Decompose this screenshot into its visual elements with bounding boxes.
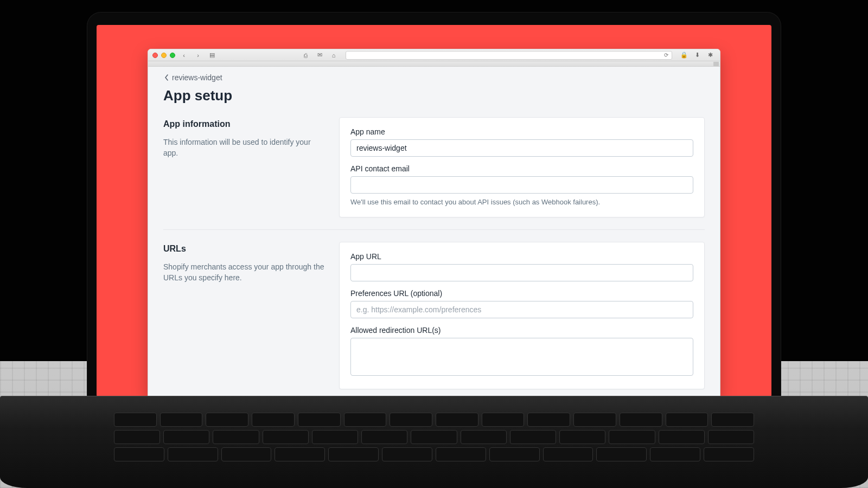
section-heading-urls: URLs	[163, 244, 326, 254]
download-icon[interactable]: ⬇	[692, 51, 703, 60]
label-app-name: App name	[350, 127, 693, 136]
section-urls: URLs Shopify merchants access your app t…	[163, 229, 705, 396]
close-window-icon[interactable]	[152, 53, 158, 58]
breadcrumb[interactable]: reviews-widget	[163, 71, 224, 84]
window-controls	[152, 53, 175, 58]
section-description-app-information: This information will be used to identif…	[163, 137, 326, 159]
back-button[interactable]: ‹	[178, 51, 189, 60]
page-title: App setup	[163, 87, 705, 104]
browser-window: ‹ › ▤ ⎙ ✉ ⌂ ⟳ 🔒 ⬇ ✱	[148, 49, 720, 397]
label-api-contact-email: API contact email	[350, 164, 693, 173]
label-app-url: App URL	[350, 252, 693, 261]
field-app-url: App URL	[350, 252, 693, 281]
card-urls: App URL Preferences URL (optional) Allow…	[339, 242, 705, 389]
breadcrumb-label: reviews-widget	[172, 73, 222, 82]
section-heading-app-information: App information	[163, 119, 326, 129]
help-api-contact-email: We'll use this email to contact you abou…	[350, 198, 693, 206]
field-app-name: App name	[350, 127, 693, 157]
label-allowed-redirection-urls: Allowed redirection URL(s)	[350, 326, 693, 335]
page-body: reviews-widget App setup App information…	[148, 67, 720, 396]
label-preferences-url: Preferences URL (optional)	[350, 289, 693, 298]
field-api-contact-email: API contact email We'll use this email t…	[350, 164, 693, 206]
chevron-left-icon	[164, 74, 169, 81]
refresh-icon[interactable]: ⟳	[664, 52, 668, 58]
laptop-frame: ‹ › ▤ ⎙ ✉ ⌂ ⟳ 🔒 ⬇ ✱	[87, 12, 781, 488]
field-preferences-url: Preferences URL (optional)	[350, 289, 693, 318]
lock-icon[interactable]: 🔒	[679, 51, 690, 60]
section-app-information: App information This information will be…	[163, 114, 705, 229]
reader-icon[interactable]: ⎙	[300, 51, 311, 60]
tab-shelf	[148, 61, 720, 67]
app-name-input[interactable]	[350, 139, 693, 157]
settings-icon[interactable]: ✱	[705, 51, 716, 60]
api-contact-email-input[interactable]	[350, 176, 693, 194]
sidebar-toggle-icon[interactable]: ▤	[207, 51, 218, 60]
minimize-window-icon[interactable]	[161, 53, 167, 58]
section-description-urls: Shopify merchants access your app throug…	[163, 261, 326, 284]
preferences-url-input[interactable]	[350, 301, 693, 318]
forward-button[interactable]: ›	[193, 51, 203, 60]
laptop-keyboard	[0, 396, 868, 488]
laptop-screen: ‹ › ▤ ⎙ ✉ ⌂ ⟳ 🔒 ⬇ ✱	[97, 25, 771, 397]
home-icon[interactable]: ⌂	[328, 51, 339, 60]
allowed-redirection-urls-input[interactable]	[350, 338, 693, 376]
card-app-information: App name API contact email We'll use thi…	[339, 117, 705, 217]
stage: ‹ › ▤ ⎙ ✉ ⌂ ⟳ 🔒 ⬇ ✱	[0, 0, 868, 488]
app-url-input[interactable]	[350, 264, 693, 281]
zoom-window-icon[interactable]	[170, 53, 175, 58]
field-allowed-redirection-urls: Allowed redirection URL(s)	[350, 326, 693, 378]
mail-icon[interactable]: ✉	[314, 51, 325, 60]
address-bar[interactable]: ⟳	[346, 51, 672, 60]
browser-titlebar: ‹ › ▤ ⎙ ✉ ⌂ ⟳ 🔒 ⬇ ✱	[148, 49, 720, 61]
